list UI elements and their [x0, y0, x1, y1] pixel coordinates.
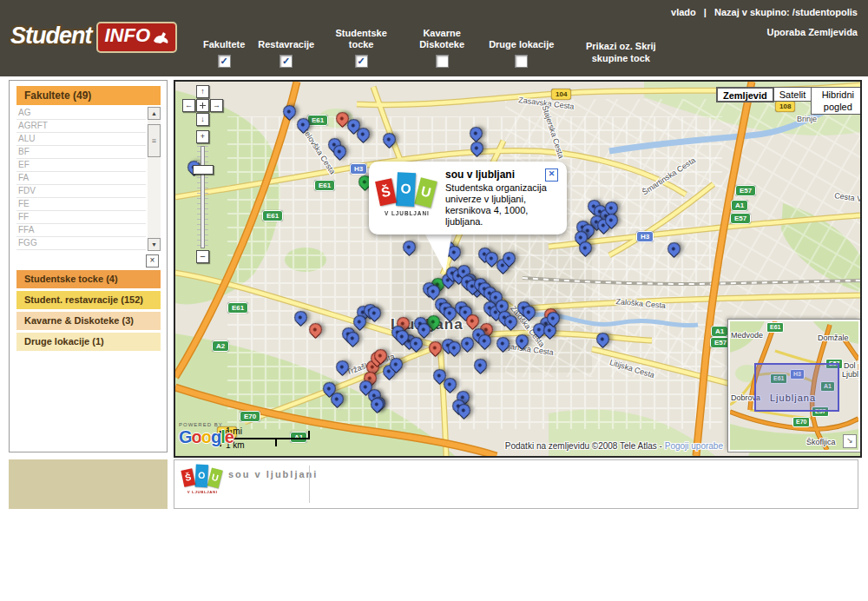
- sidebar: Fakultete (49) AGAGRFTALUBFEFFAFDVFEFFFF…: [9, 80, 168, 452]
- toggle-groups-link[interactable]: Prikazi oz. Skrij skupine tock: [579, 40, 662, 68]
- site-logo[interactable]: StudentINFO: [10, 23, 177, 53]
- faculty-item[interactable]: FGG: [16, 237, 146, 250]
- filter-label: Restavracije: [258, 39, 314, 50]
- scroll-down-button[interactable]: ▼: [148, 238, 161, 251]
- faculty-item[interactable]: FFA: [16, 224, 146, 237]
- map-type-satelit[interactable]: Satelit: [773, 87, 812, 102]
- route-shield-e61: E61: [262, 210, 283, 221]
- faculty-item[interactable]: FF: [16, 211, 146, 224]
- back-to-group-link[interactable]: Nazaj v skupino: /studentopolis: [714, 7, 858, 17]
- route-shield-e57: E57: [735, 185, 756, 196]
- attribution-text: Podatki na zemljevidu ©2008 Tele Atlas -: [505, 441, 662, 451]
- sou-logo-caption: V LJUBLJANI: [181, 491, 223, 494]
- terms-link[interactable]: Pogoji uporabe: [665, 441, 723, 451]
- faculty-scrollbar[interactable]: ▲ ≡ ▼: [148, 107, 161, 251]
- filter-checkbox[interactable]: ✓: [218, 55, 231, 68]
- sou-logo-letter: O: [396, 172, 416, 207]
- filter-label: Druge lokacije: [489, 39, 554, 50]
- username: vlado: [671, 7, 696, 17]
- sidebar-section-student-restavracije-152-[interactable]: Student. restavracije (152): [16, 291, 161, 309]
- logo-student-text: Student: [10, 23, 92, 49]
- info-window: UOŠ V LJUBLJANI sou v ljubljani Students…: [369, 162, 567, 234]
- scroll-up-button[interactable]: ▲: [148, 107, 161, 120]
- pan-down-button[interactable]: ↓: [196, 113, 209, 126]
- route-shield-a1: A1: [711, 326, 728, 337]
- sidebar-section-fakultete[interactable]: Fakultete (49): [16, 86, 161, 105]
- route-shield-e61: E61: [307, 115, 328, 126]
- minimap-label: Domžale: [818, 334, 849, 342]
- filter-kavarne-diskoteke: Kavarne Diskoteke: [408, 28, 476, 68]
- result-title[interactable]: sou v ljubljani: [228, 469, 318, 479]
- close-icon[interactable]: ✕: [545, 168, 558, 182]
- faculty-item[interactable]: EF: [16, 159, 146, 172]
- pan-up-button[interactable]: ↑: [196, 85, 209, 98]
- logo-info-box: INFO: [96, 22, 178, 53]
- route-shield-a2: A2: [212, 340, 229, 352]
- pan-control: ↑ ← → ↓: [182, 85, 224, 127]
- pan-center-button[interactable]: [196, 99, 209, 112]
- route-shield-e57: E57: [730, 213, 751, 224]
- faculty-item[interactable]: FE: [16, 198, 146, 211]
- filter-list: Fakultete✓Restavracije✓Studentske tocke✓…: [203, 26, 662, 68]
- filter-studentske-tocke: Studentske tocke✓: [327, 28, 395, 68]
- map-usage-link[interactable]: Uporaba Zemljevida: [766, 27, 858, 37]
- filter-druge-lokacije: Druge lokacije: [489, 39, 554, 68]
- zoom-out-button[interactable]: −: [196, 250, 209, 263]
- map-type-hibridni-pogled[interactable]: Hibridni pogled: [811, 87, 862, 115]
- info-window-title: sou v ljubljani: [445, 169, 560, 181]
- faculty-item[interactable]: ALU: [16, 133, 146, 146]
- zoom-slider-track[interactable]: [197, 146, 208, 248]
- map-canvas[interactable]: Ljubljana Celovška CestaZasavska CestaŠt…: [174, 80, 862, 458]
- google-logo[interactable]: POWERED BY Google: [179, 422, 233, 447]
- sidebar-section-druge-lokacije-1-[interactable]: Druge lokacije (1): [16, 333, 161, 351]
- faculty-list: AGAGRFTALUBFEFFAFDVFEFFFFAFGG ▲ ≡ ▼: [16, 107, 161, 251]
- crayfish-icon: [153, 26, 170, 49]
- sidebar-section-studentske-tocke-4-[interactable]: Studentske tocke (4): [16, 270, 161, 288]
- faculty-item[interactable]: FA: [16, 172, 146, 185]
- map-type-switcher: ZemljevidSatelitHibridni pogled: [717, 87, 862, 115]
- faculty-item[interactable]: AGRFT: [16, 120, 146, 133]
- filter-restavracije: Restavracije✓: [258, 39, 314, 68]
- faculty-item[interactable]: AG: [16, 107, 146, 120]
- minimap-shield-e70: E70: [792, 417, 810, 427]
- pan-left-button[interactable]: ←: [182, 99, 195, 112]
- logo-info-text: INFO: [105, 24, 151, 46]
- sidebar-section-kavarne-diskoteke-3-[interactable]: Kavarne & Diskoteke (3): [16, 312, 161, 330]
- zoom-slider-thumb[interactable]: [193, 165, 214, 175]
- result-panel: UOŠ V LJUBLJANI sou v ljubljani: [174, 459, 858, 509]
- minimap-label: Dol pri: [844, 361, 860, 370]
- sou-logo-small: UOŠ V LJUBLJANI: [181, 463, 223, 494]
- sou-logo-letter: Š: [375, 178, 397, 206]
- minimap-label: Ljubljan: [842, 370, 860, 379]
- route-shield-a1: A1: [731, 200, 748, 211]
- route-shield-e70: E70: [240, 411, 260, 422]
- minimap-viewport[interactable]: [754, 363, 839, 412]
- minimap-collapse-button[interactable]: ↘: [843, 434, 857, 448]
- filter-checkbox[interactable]: ✓: [279, 55, 293, 68]
- faculty-item[interactable]: BF: [16, 146, 146, 159]
- zoom-in-button[interactable]: +: [196, 130, 209, 143]
- route-shield-e61: E61: [314, 180, 335, 191]
- sou-logo-letter: Š: [181, 468, 195, 487]
- pan-right-button[interactable]: →: [210, 99, 223, 112]
- filter-fakultete: Fakultete✓: [203, 39, 245, 68]
- filter-checkbox[interactable]: [515, 55, 528, 68]
- minimap-label: Medvode: [731, 331, 763, 340]
- sou-logo-letter: U: [207, 468, 223, 489]
- street-label: Brinje: [797, 115, 817, 123]
- map-type-zemljevid[interactable]: Zemljevid: [716, 87, 774, 102]
- filter-checkbox[interactable]: [436, 55, 449, 68]
- filter-label: Studentske tocke: [327, 28, 395, 50]
- scrollbar-thumb[interactable]: ≡: [148, 124, 161, 157]
- route-shield-104: 104: [551, 89, 571, 100]
- close-list-button[interactable]: ×: [146, 254, 159, 267]
- faculty-item[interactable]: FDV: [16, 185, 146, 198]
- sou-logo-caption: V LJUBLJANI: [376, 211, 438, 216]
- sou-logo: UOŠ V LJUBLJANI: [376, 170, 438, 216]
- filter-label: Kavarne Diskoteke: [408, 28, 476, 50]
- google-wordmark: Google: [179, 427, 233, 447]
- filter-checkbox[interactable]: ✓: [355, 55, 368, 68]
- sou-logo-letter: O: [194, 465, 208, 488]
- sou-logo-letter: U: [414, 177, 437, 208]
- overview-minimap[interactable]: E61E57E61H3A1E57E70MedvodeDomžaleDol pri…: [728, 320, 860, 452]
